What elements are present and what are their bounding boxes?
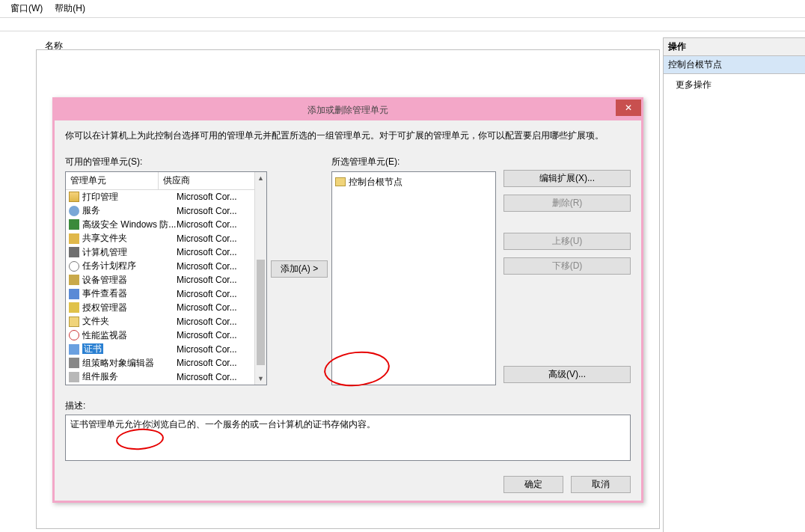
snapin-vendor: Microsoft Cor...	[177, 330, 237, 340]
selected-root-row[interactable]: 控制台根节点	[335, 175, 492, 189]
snapin-vendor: Microsoft Cor...	[177, 302, 237, 313]
available-label: 可用的管理单元(S):	[65, 156, 267, 168]
move-up-button[interactable]: 上移(U)	[503, 233, 631, 250]
snapin-icon	[69, 289, 79, 299]
actions-pane: 操作 控制台根节点 更多操作	[663, 37, 805, 532]
list-item[interactable]: 高级安全 Windows 防...Microsoft Cor...	[66, 218, 254, 232]
header-vendor[interactable]: 供应商	[159, 172, 254, 189]
list-item[interactable]: 组策略对象编辑器Microsoft Cor...	[66, 356, 254, 370]
snapin-name: 性能监视器	[82, 329, 177, 342]
menu-window[interactable]: 窗口(W)	[4, 1, 49, 16]
selected-root-text: 控制台根节点	[349, 176, 402, 189]
snapin-vendor: Microsoft Cor...	[177, 317, 237, 327]
snapin-name: 授权管理器	[82, 302, 177, 314]
selected-snapins-list[interactable]: 控制台根节点	[331, 171, 496, 385]
scrollbar[interactable]: ▲ ▼	[254, 172, 266, 385]
snapin-icon	[69, 302, 79, 313]
snapin-vendor: Microsoft Cor...	[177, 358, 237, 368]
snapin-vendor: Microsoft Cor...	[177, 261, 237, 272]
list-item[interactable]: 服务Microsoft Cor...	[66, 204, 254, 218]
snapin-name: 高级安全 Windows 防...	[82, 218, 177, 231]
workspace: 名称 添加或删除管理单元 ✕ 你可以在计算机上为此控制台选择可用的管理单元并配置…	[0, 37, 805, 532]
menu-help[interactable]: 帮助(H)	[49, 1, 91, 16]
snapin-icon	[69, 317, 79, 327]
available-snapins-list[interactable]: 管理单元 供应商 打印管理Microsoft Cor...服务Microsoft…	[65, 171, 267, 385]
list-header[interactable]: 管理单元 供应商	[66, 172, 254, 190]
selected-label: 所选管理单元(E):	[331, 156, 496, 168]
folder-icon	[335, 177, 346, 186]
ok-button[interactable]: 确定	[503, 476, 563, 493]
list-item[interactable]: 事件查看器Microsoft Cor...	[66, 287, 254, 302]
list-item[interactable]: 授权管理器Microsoft Cor...	[66, 301, 254, 315]
snapin-name: 证书	[82, 343, 177, 355]
description-text: 证书管理单元允许你浏览自己的、一个服务的或一台计算机的证书存储内容。	[70, 419, 376, 429]
list-item[interactable]: 证书Microsoft Cor...	[66, 343, 254, 357]
snapin-vendor: Microsoft Cor...	[177, 192, 237, 202]
snapin-vendor: Microsoft Cor...	[177, 233, 237, 244]
list-item[interactable]: 共享文件夹Microsoft Cor...	[66, 232, 254, 246]
dialog-title: 添加或删除管理单元	[307, 104, 388, 117]
snapin-icon	[69, 358, 79, 368]
cancel-button[interactable]: 取消	[571, 476, 631, 493]
header-name[interactable]: 管理单元	[66, 172, 159, 189]
snapin-vendor: Microsoft Cor...	[177, 372, 237, 382]
actions-more[interactable]: 更多操作	[664, 74, 805, 96]
snapin-vendor: Microsoft Cor...	[177, 289, 237, 299]
actions-header: 操作	[664, 37, 805, 56]
close-icon: ✕	[625, 103, 632, 113]
snapin-icon	[69, 372, 79, 382]
list-item[interactable]: 文件夹Microsoft Cor...	[66, 315, 254, 329]
dialog-description: 你可以在计算机上为此控制台选择可用的管理单元并配置所选的一组管理单元。对于可扩展…	[65, 129, 631, 142]
snapin-name: 事件查看器	[82, 287, 177, 300]
snapin-name: 组件服务	[82, 370, 177, 383]
snapin-name: 服务	[82, 204, 177, 217]
dialog-body: 你可以在计算机上为此控制台选择可用的管理单元并配置所选的一组管理单元。对于可扩展…	[55, 120, 641, 501]
scroll-down-icon[interactable]: ▼	[255, 373, 266, 385]
actions-root-node[interactable]: 控制台根节点	[664, 56, 805, 74]
snapin-icon	[69, 233, 79, 244]
description-box: 证书管理单元允许你浏览自己的、一个服务的或一台计算机的证书存储内容。	[65, 415, 631, 461]
snapin-vendor: Microsoft Cor...	[177, 206, 237, 216]
dialog-add-remove-snapins: 添加或删除管理单元 ✕ 你可以在计算机上为此控制台选择可用的管理单元并配置所选的…	[52, 97, 643, 503]
snapin-name: 任务计划程序	[82, 260, 177, 272]
snapin-vendor: Microsoft Cor...	[177, 247, 237, 257]
snapin-name: 文件夹	[82, 315, 177, 328]
snapin-icon	[69, 206, 79, 216]
edit-extensions-button[interactable]: 编辑扩展(X)...	[503, 170, 631, 187]
snapin-vendor: Microsoft Cor...	[177, 344, 237, 355]
snapin-name: 计算机管理	[82, 246, 177, 259]
dialog-titlebar[interactable]: 添加或删除管理单元 ✕	[55, 100, 641, 120]
scroll-thumb[interactable]	[257, 260, 265, 365]
snapin-name: 组策略对象编辑器	[82, 357, 177, 370]
snapin-icon	[69, 330, 79, 340]
snapin-icon	[69, 344, 79, 355]
add-button[interactable]: 添加(A) >	[271, 260, 328, 278]
scroll-up-icon[interactable]: ▲	[255, 172, 266, 184]
snapin-icon	[69, 261, 79, 272]
snapin-icon	[69, 247, 79, 257]
left-area: 名称 添加或删除管理单元 ✕ 你可以在计算机上为此控制台选择可用的管理单元并配置…	[0, 37, 663, 532]
toolbar	[0, 18, 805, 31]
snapin-icon	[69, 275, 79, 285]
advanced-button[interactable]: 高级(V)...	[503, 366, 631, 383]
move-down-button[interactable]: 下移(D)	[503, 257, 631, 275]
menubar: 窗口(W) 帮助(H)	[0, 0, 805, 18]
list-body: 打印管理Microsoft Cor...服务Microsoft Cor...高级…	[66, 190, 254, 384]
list-item[interactable]: 性能监视器Microsoft Cor...	[66, 328, 254, 343]
snapin-vendor: Microsoft Cor...	[177, 219, 237, 230]
list-item[interactable]: 任务计划程序Microsoft Cor...	[66, 260, 254, 274]
snapin-vendor: Microsoft Cor...	[177, 275, 237, 285]
list-item[interactable]: 打印管理Microsoft Cor...	[66, 190, 254, 204]
list-item[interactable]: 设备管理器Microsoft Cor...	[66, 273, 254, 287]
snapin-name: 共享文件夹	[82, 232, 177, 245]
snapin-icon	[69, 219, 79, 230]
snapin-name: 设备管理器	[82, 274, 177, 287]
close-button[interactable]: ✕	[616, 100, 641, 116]
description-label: 描述:	[65, 400, 631, 412]
snapin-name: 打印管理	[82, 191, 177, 204]
snapin-icon	[69, 192, 79, 202]
list-item[interactable]: 组件服务Microsoft Cor...	[66, 370, 254, 385]
remove-button[interactable]: 删除(R)	[503, 195, 631, 212]
list-item[interactable]: 计算机管理Microsoft Cor...	[66, 245, 254, 260]
